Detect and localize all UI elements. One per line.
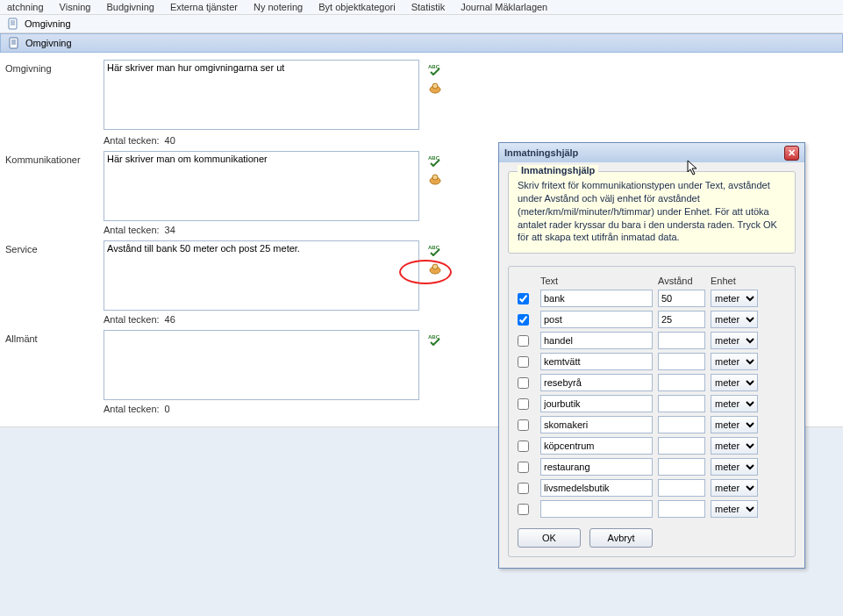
menu-bar: atchning Visning Budgivning Externa tjän… [0,0,843,14]
row-text-input[interactable] [540,395,653,412]
entry-row: meter [518,479,786,497]
row-checkbox[interactable] [518,398,529,410]
row-unit-select[interactable]: meter [711,395,758,412]
char-count-label: Antal tecken: [104,314,160,325]
row-distance-input[interactable] [658,311,705,328]
row-text-input[interactable] [540,500,653,518]
label-kommunikationer: Kommunikationer [5,151,104,165]
row-unit-select[interactable]: meter [711,353,758,370]
row-distance-input[interactable] [658,437,705,455]
row-text-input[interactable] [540,416,653,433]
row-distance-input[interactable] [658,479,705,497]
col-avstand: Avstånd [658,276,705,286]
entry-row: meter [518,500,786,518]
entry-row: meter [518,290,786,307]
row-unit-select[interactable]: meter [711,311,758,328]
row-unit-select[interactable]: meter [711,290,758,307]
label-omgivning: Omgivning [5,60,104,74]
menu-item[interactable]: Ny notering [254,2,303,12]
row-checkbox[interactable] [518,419,529,431]
menu-item[interactable]: Statistik [411,2,446,12]
row-distance-input[interactable] [658,374,705,391]
row-distance-input[interactable] [658,458,705,476]
label-service: Service [5,240,104,254]
menu-item[interactable]: Visning [60,2,91,12]
row-checkbox[interactable] [518,483,529,494]
row-unit-select[interactable]: meter [711,416,758,433]
spellcheck-icon[interactable]: ABC [428,153,442,167]
assist-icon[interactable] [428,172,442,186]
row-checkbox[interactable] [518,335,529,347]
spellcheck-icon[interactable]: ABC [428,242,442,256]
cancel-button[interactable]: Avbryt [589,528,653,548]
row-unit-select[interactable]: meter [711,374,758,391]
entry-row: meter [518,416,786,433]
row-unit-select[interactable]: meter [711,479,758,497]
row-checkbox[interactable] [518,504,529,515]
row-text-input[interactable] [540,374,653,391]
row-text-input[interactable] [540,479,653,497]
row-checkbox[interactable] [518,441,529,452]
char-count-value: 34 [165,225,175,235]
entry-group: Text Avstånd Enhet metermetermetermeterm… [508,266,796,557]
char-count-label: Antal tecken: [104,404,160,414]
entry-row: meter [518,374,786,391]
entry-row: meter [518,332,786,349]
ok-button[interactable]: OK [518,528,581,548]
row-checkbox[interactable] [518,314,529,326]
row-distance-input[interactable] [658,290,705,307]
entry-row: meter [518,311,786,328]
menu-item[interactable]: Externa tjänster [170,2,238,12]
row-distance-input[interactable] [658,395,705,412]
document-icon [8,37,20,49]
row-unit-select[interactable]: meter [711,332,758,349]
svg-rect-0 [9,18,17,29]
row-distance-input[interactable] [658,500,705,518]
menu-item[interactable]: Journal Mäklarlagen [461,2,547,12]
row-unit-select[interactable]: meter [711,437,758,455]
spellcheck-icon[interactable]: ABC [428,332,442,346]
label-allmant: Allmänt [5,330,104,344]
char-count-value: 46 [165,314,175,325]
help-text: Skriv fritext för kommunikationstypen un… [518,179,786,244]
row-text-input[interactable] [540,353,653,370]
row-checkbox[interactable] [518,293,529,304]
row-distance-input[interactable] [658,353,705,370]
section-title: Omgivning [25,18,71,29]
char-count-label: Antal tecken: [104,225,160,235]
menu-item[interactable]: Byt objektkategori [318,2,395,12]
spellcheck-icon[interactable]: ABC [428,61,442,75]
row-text-input[interactable] [540,437,653,455]
row-text-input[interactable] [540,290,653,307]
col-text: Text [540,276,653,286]
row-text-input[interactable] [540,332,653,349]
row-unit-select[interactable]: meter [711,458,758,476]
row-text-input[interactable] [540,311,653,328]
panel-header: Omgivning [0,33,843,53]
assist-icon[interactable] [428,81,442,95]
row-unit-select[interactable]: meter [711,500,758,518]
help-legend: Inmatningshjälp [518,165,598,175]
row-checkbox[interactable] [518,356,529,368]
service-input[interactable] [104,240,419,311]
help-group: Inmatningshjälp Skriv fritext för kommun… [508,171,796,254]
dialog-title: Inmatningshjälp [504,147,578,158]
dialog-titlebar[interactable]: Inmatningshjälp ✕ [499,143,804,162]
allmant-input[interactable] [104,330,419,400]
kommunikationer-input[interactable] [104,151,419,221]
menu-item[interactable]: Budgivning [106,2,154,12]
row-distance-input[interactable] [658,332,705,349]
char-count-value: 40 [165,135,175,146]
omgivning-input[interactable] [104,60,419,130]
entry-row: meter [518,395,786,412]
svg-point-13 [432,175,438,180]
menu-item[interactable]: atchning [7,2,44,12]
row-text-input[interactable] [540,458,653,476]
row-checkbox[interactable] [518,377,529,389]
row-checkbox[interactable] [518,462,529,473]
row-distance-input[interactable] [658,416,705,433]
close-icon[interactable]: ✕ [784,146,799,161]
assist-icon[interactable] [428,261,442,276]
svg-point-10 [432,83,438,89]
col-enhet: Enhet [711,276,758,286]
